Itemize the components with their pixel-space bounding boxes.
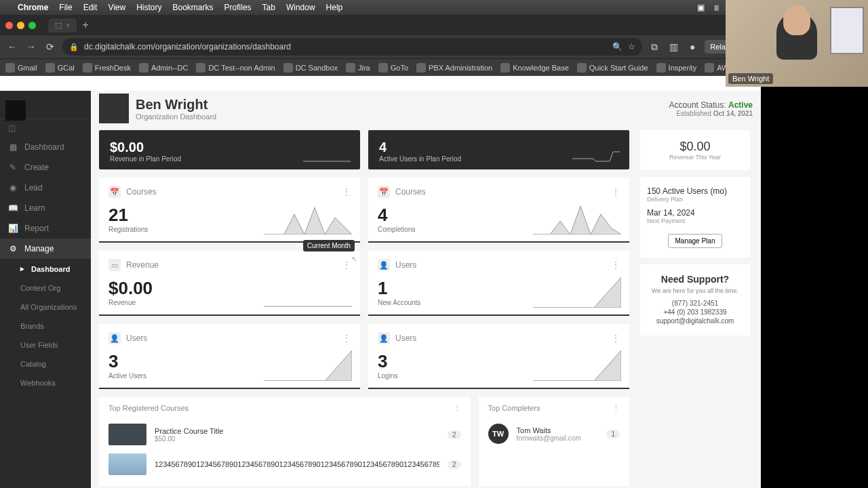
bookmark-gmail[interactable]: Gmail — [5, 63, 37, 73]
user-avatar-circle: TW — [488, 424, 509, 444]
card-menu-icon[interactable]: ⋮ — [342, 187, 351, 197]
bookmark-dc-test[interactable]: DC Test--non Admin — [196, 63, 275, 73]
panel-icon[interactable]: ▥ — [667, 41, 680, 52]
sidebar-item-report[interactable]: 📊Report — [0, 218, 91, 239]
menu-history[interactable]: History — [136, 3, 161, 12]
sidebar-item-lead[interactable]: ◉Lead — [0, 178, 91, 198]
bookmark-admin-dc[interactable]: Admin--DC — [139, 63, 188, 73]
url-bar[interactable]: 🔒 🔍 ☆ — [62, 38, 642, 56]
barcode-icon[interactable]: ⫼ — [713, 3, 721, 12]
card-registrations: 📅Courses⋮ 21 Registrations — [99, 178, 360, 243]
sparkline — [533, 201, 621, 235]
webcam-overlay: Ben Wright — [726, 0, 868, 87]
cursor-icon: ↖ — [351, 255, 357, 264]
close-window-icon[interactable] — [5, 22, 13, 29]
profile-icon[interactable]: ● — [686, 41, 699, 52]
zoom-icon[interactable]: 🔍 — [612, 42, 623, 52]
menu-view[interactable]: View — [108, 3, 125, 12]
course-thumbnail — [108, 424, 146, 445]
menu-window[interactable]: Window — [286, 3, 315, 12]
bookmark-qsg[interactable]: Quick Start Guide — [577, 63, 648, 73]
course-thumbnail — [108, 453, 146, 475]
sidebar-sub-webhooks[interactable]: Webhooks — [0, 373, 91, 392]
org-logo[interactable] — [5, 100, 26, 121]
sidebar-sub-user-fields[interactable]: User Fields — [0, 336, 91, 354]
card-menu-icon[interactable]: ⋮ — [612, 187, 620, 197]
collapse-icon[interactable]: ◫ — [8, 123, 16, 133]
app-content: ◫ ▦Dashboard ✎Create ◉Lead 📖Learn 📊Repor… — [0, 91, 761, 488]
list-item[interactable]: TW Tom Waitstomwaits@gmail.com 1 — [488, 420, 620, 448]
bookmark-gcal[interactable]: GCal — [45, 63, 75, 73]
manage-plan-button[interactable]: Manage Plan — [668, 234, 723, 248]
user-avatar — [99, 94, 129, 123]
sparkline — [264, 347, 352, 381]
sidebar-sub-dashboard[interactable]: ▸ Dashboard — [0, 259, 91, 279]
bookmark-kb[interactable]: Knowledge Base — [500, 63, 569, 73]
bookmark-goto[interactable]: GoTo — [378, 63, 408, 73]
menu-bookmarks[interactable]: Bookmarks — [173, 3, 214, 12]
card-completions: 📅Courses⋮ 4 Completions — [368, 178, 629, 243]
user-icon: 👤 — [378, 259, 390, 271]
support-card: Need Support? We are here for you all th… — [640, 264, 750, 336]
forward-icon[interactable]: → — [24, 41, 38, 52]
card-new-accounts: 👤Users⋮ 1 New Accounts — [368, 251, 629, 316]
count-badge: 2 — [448, 430, 461, 439]
support-phone[interactable]: (877) 321-2451 — [647, 300, 743, 307]
menu-tab[interactable]: Tab — [262, 3, 275, 12]
count-badge: 1 — [606, 430, 620, 439]
sidebar-item-manage[interactable]: ⚙Manage — [0, 239, 91, 259]
card-menu-icon[interactable]: ⋮ — [612, 260, 620, 270]
book-icon: 📖 — [8, 203, 18, 213]
support-phone-intl[interactable]: +44 (0) 203 1982339 — [647, 308, 743, 316]
reload-icon[interactable]: ⟳ — [43, 41, 57, 52]
sidebar-sub-brands[interactable]: Brands — [0, 317, 91, 336]
user-icon: 👤 — [108, 332, 121, 344]
menu-profiles[interactable]: Profiles — [224, 3, 252, 12]
person-head — [783, 5, 810, 35]
star-icon[interactable]: ☆ — [628, 42, 635, 52]
maximize-window-icon[interactable] — [28, 22, 36, 29]
bookmark-freshdesk[interactable]: FreshDesk — [83, 63, 131, 73]
sidebar-item-dashboard[interactable]: ▦Dashboard — [0, 137, 91, 157]
screenrec-icon[interactable]: ▣ — [697, 3, 705, 12]
minimize-window-icon[interactable] — [17, 22, 24, 29]
extensions-icon[interactable]: ⧉ — [648, 41, 661, 53]
bookmark-dc-sandbox[interactable]: DC Sandbox — [283, 63, 338, 73]
sparkline — [303, 149, 351, 163]
list-menu-icon[interactable]: ⋮ — [454, 404, 461, 413]
window-bg — [830, 7, 864, 54]
grid-icon: ▦ — [8, 142, 18, 152]
top-registered-courses: Top Registered Courses⋮ Practice Course … — [99, 397, 471, 486]
bookmark-insperity[interactable]: Insperity — [656, 63, 697, 73]
menubar-app[interactable]: Chrome — [18, 3, 48, 12]
card-logins: 👤Users⋮ 3 Logins — [368, 324, 629, 389]
url-input[interactable] — [84, 42, 607, 52]
chrome-window: ⬚× + ← → ⟳ 🔒 🔍 ☆ ⧉ ▥ ● Relaunch to Gmail… — [0, 15, 761, 488]
back-icon[interactable]: ← — [5, 41, 19, 52]
close-tab-icon[interactable]: × — [66, 21, 70, 29]
list-item[interactable]: 1234567890123456789012345678901234567890… — [108, 449, 461, 479]
card-menu-icon[interactable]: ⋮↖ — [342, 260, 351, 270]
list-item[interactable]: Practice Course Title$50.00 2 — [108, 420, 461, 449]
chart-icon: 📊 — [8, 224, 18, 233]
revenue-year-card: $0.00 Revenue This Year — [640, 130, 750, 170]
lock-icon: 🔒 — [69, 43, 79, 52]
bookmark-pbx[interactable]: PBX Administration — [416, 63, 492, 73]
gear-icon: ⚙ — [8, 244, 18, 253]
sidebar-sub-context-org[interactable]: Context Org — [0, 279, 91, 298]
sidebar-item-create[interactable]: ✎Create — [0, 157, 91, 178]
menu-edit[interactable]: Edit — [83, 3, 98, 12]
menu-help[interactable]: Help — [326, 3, 343, 12]
list-menu-icon[interactable]: ⋮ — [612, 404, 620, 413]
bookmark-jira[interactable]: Jira — [346, 63, 370, 73]
card-menu-icon[interactable]: ⋮ — [342, 333, 351, 343]
sidebar-sub-catalog[interactable]: Catalog — [0, 354, 91, 373]
card-active-users: 👤Users⋮ 3 Active Users — [99, 324, 360, 389]
sidebar-sub-all-orgs[interactable]: All Organizations — [0, 298, 91, 317]
menu-file[interactable]: File — [59, 3, 72, 12]
sidebar-item-learn[interactable]: 📖Learn — [0, 198, 91, 218]
card-menu-icon[interactable]: ⋮ — [612, 333, 620, 343]
support-email[interactable]: support@digitalchalk.com — [647, 317, 743, 325]
new-tab-button[interactable]: + — [82, 19, 88, 31]
browser-tab[interactable]: ⬚× — [48, 18, 77, 33]
